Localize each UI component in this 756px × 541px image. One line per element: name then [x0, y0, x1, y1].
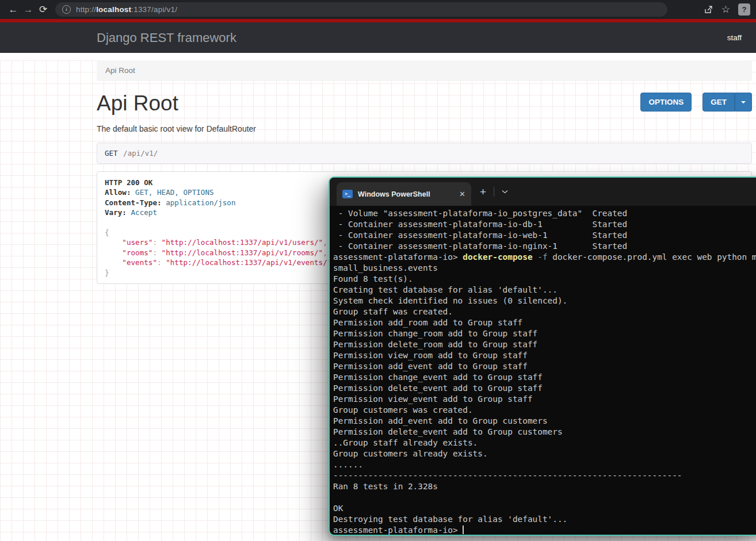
terminal-titlebar[interactable]: >_ Windows PowerShell ✕ + [330, 178, 756, 206]
terminal-line: - Volume "assessment-plataforma-io_postg… [333, 208, 756, 219]
terminal-line: assessment-plataforma-io> [333, 525, 756, 536]
terminal-tab-title: Windows PowerShell [358, 190, 430, 198]
extension-icon[interactable]: ? [738, 3, 750, 16]
options-button[interactable]: OPTIONS [640, 93, 692, 112]
back-icon[interactable]: ← [6, 0, 21, 19]
terminal-line: ...... [333, 459, 756, 470]
page-header: Api Root OPTIONS GET [97, 91, 752, 116]
terminal-line: - Container assessment-plataforma-io-web… [333, 230, 756, 241]
get-button-group: GET [702, 93, 752, 112]
chevron-down-icon [741, 101, 746, 103]
terminal-line: System check identified no issues (0 sil… [333, 296, 756, 306]
terminal-line: Permission change_event add to Group sta… [333, 372, 756, 383]
breadcrumb: Api Root [97, 60, 752, 81]
forward-icon[interactable]: → [21, 0, 36, 19]
terminal-line: Permission add_event add to Group staff [333, 361, 756, 372]
request-method: GET [105, 149, 118, 158]
terminal-segment: docker-compose [463, 252, 532, 262]
address-bar[interactable]: i http://localhost:1337/api/v1/ [55, 2, 667, 17]
terminal-line: Ran 8 tests in 2.328s [333, 481, 756, 492]
brand-link[interactable]: Django REST framework [97, 30, 236, 45]
page-title: Api Root [97, 91, 178, 116]
user-menu[interactable]: staff [727, 33, 742, 42]
terminal-line: Permission delete_event add to Group sta… [333, 383, 756, 394]
terminal-line: small_business.events [333, 263, 756, 274]
tab-dropdown-icon[interactable] [502, 190, 508, 194]
terminal-line: - Container assessment-plataforma-io-db-… [333, 219, 756, 230]
terminal-cursor [463, 525, 464, 534]
terminal-line: Group staff was created. [333, 306, 756, 317]
terminal-tab[interactable]: >_ Windows PowerShell ✕ [337, 182, 471, 206]
terminal-line: Permission view_room add to Group staff [333, 350, 756, 361]
terminal-line: Group customers was created. [333, 405, 756, 416]
tab-close-icon[interactable]: ✕ [459, 190, 465, 198]
terminal-segment: -f [537, 252, 547, 262]
terminal-line: ----------------------------------------… [333, 470, 756, 481]
terminal-line: Destroying test database for alias 'defa… [333, 514, 756, 525]
terminal-line: Permission change_room add to Group staf… [333, 328, 756, 339]
url-host: localhost [96, 5, 131, 14]
get-format-dropdown[interactable] [735, 93, 752, 112]
breadcrumb-item: Api Root [105, 66, 135, 75]
terminal-line: Permission add_room add to Group staff [333, 317, 756, 328]
terminal-line: OK [333, 503, 756, 514]
titlebar-controls: + [480, 178, 508, 206]
terminal-line: ..Group staff already exists. [333, 438, 756, 448]
titlebar-separator [494, 187, 494, 197]
bookmark-star-icon[interactable]: ☆ [721, 0, 730, 19]
url-scheme: http:// [76, 5, 96, 14]
request-path: /api/v1/ [123, 149, 158, 158]
drf-navbar: Django REST framework staff [0, 22, 756, 53]
terminal-line: Permission view_event add to Group staff [333, 394, 756, 405]
page-info-icon[interactable]: i [62, 5, 71, 14]
terminal-line: assessment-plataforma-io> docker-compose… [333, 252, 756, 263]
share-icon[interactable] [704, 5, 713, 14]
toolbar-right: ☆ ? [704, 0, 750, 19]
reload-icon[interactable]: ⟳ [36, 0, 51, 19]
terminal-line: Permission add_event add to Group custom… [333, 416, 756, 427]
terminal-line: - Container assessment-plataforma-io-ngi… [333, 241, 756, 252]
url-text[interactable]: http://localhost:1337/api/v1/ [76, 5, 177, 14]
request-summary: GET /api/v1/ [97, 143, 752, 164]
terminal-line: Permission delete_room add to Group staf… [333, 339, 756, 350]
terminal-line: Group customers already exists. [333, 448, 756, 459]
get-button[interactable]: GET [702, 93, 735, 112]
action-buttons: OPTIONS GET [640, 93, 752, 112]
powershell-icon: >_ [342, 190, 353, 198]
view-description: The default basic root view for DefaultR… [97, 124, 752, 133]
browser-toolbar: ← → ⟳ i http://localhost:1337/api/v1/ ☆ … [0, 0, 756, 19]
terminal-line: Found 8 test(s). [333, 274, 756, 285]
terminal-line: Permission delete_event add to Group cus… [333, 427, 756, 438]
screen: ← → ⟳ i http://localhost:1337/api/v1/ ☆ … [0, 0, 756, 541]
terminal-line [333, 492, 756, 503]
terminal-output: - Volume "assessment-plataforma-io_postg… [330, 206, 756, 536]
url-path: :1337/api/v1/ [131, 5, 177, 14]
new-tab-icon[interactable]: + [480, 186, 486, 198]
terminal-line: Creating test database for alias 'defaul… [333, 285, 756, 296]
terminal-window: >_ Windows PowerShell ✕ + - Volume "asse… [329, 177, 756, 536]
